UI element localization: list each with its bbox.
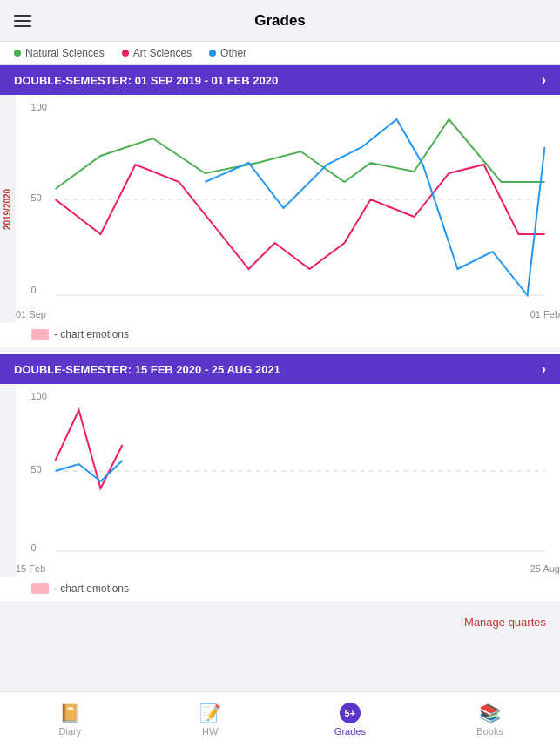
bottom-nav: 📔 Diary 📝 HW 5+ Grades 📚 Books bbox=[0, 691, 560, 747]
year-sidebar-1: 2019/2020 bbox=[0, 95, 16, 323]
semester-1-svg-container: 100 50 0 bbox=[16, 95, 560, 307]
hw-icon: 📝 bbox=[199, 703, 221, 723]
legend-natural-sciences: Natural Sciences bbox=[14, 47, 105, 59]
x-start-1: 01 Sep bbox=[16, 309, 46, 320]
semester-1-chart-content: 100 50 0 bbox=[16, 95, 560, 323]
content-area: Natural Sciences Art Sciences Other DOUB… bbox=[0, 42, 560, 691]
bottom-spacer bbox=[0, 636, 560, 653]
year-label-1: 2019/2020 bbox=[3, 188, 13, 229]
books-icon: 📚 bbox=[479, 703, 501, 723]
nav-hw-label: HW bbox=[202, 726, 218, 737]
semester-1-header[interactable]: DOUBLE-SEMESTER: 01 SEP 2019 - 01 FEB 20… bbox=[0, 65, 560, 95]
svg-text:50: 50 bbox=[31, 192, 42, 203]
semester-2-chevron: › bbox=[542, 361, 546, 377]
legend-bar: Natural Sciences Art Sciences Other bbox=[0, 42, 560, 65]
semester-1-chevron: › bbox=[542, 72, 546, 88]
semester-2-svg: 100 50 0 bbox=[16, 384, 560, 558]
legend-label-other: Other bbox=[220, 47, 246, 59]
x-end-2: 25 Aug bbox=[530, 563, 560, 574]
emotion-label-1: - chart emotions bbox=[54, 328, 129, 340]
svg-text:100: 100 bbox=[31, 391, 47, 401]
semester-2-chart-content: 100 50 0 15 Feb 25 bbox=[16, 384, 560, 577]
x-end-1: 01 Feb bbox=[530, 309, 560, 320]
svg-text:0: 0 bbox=[31, 285, 37, 295]
manage-quartes-button[interactable]: Manage quartes bbox=[0, 609, 560, 636]
nav-diary[interactable]: 📔 Diary bbox=[0, 703, 140, 737]
legend-dot-other bbox=[209, 50, 216, 57]
nav-hw[interactable]: 📝 HW bbox=[140, 703, 280, 737]
semester-1-svg: 100 50 0 bbox=[16, 95, 560, 304]
nav-grades-label: Grades bbox=[334, 726, 366, 737]
semester-2-header[interactable]: DOUBLE-SEMESTER: 15 FEB 2020 - 25 AUG 20… bbox=[0, 354, 560, 384]
semester-2-x-axis: 15 Feb 25 Aug bbox=[16, 562, 560, 577]
nav-diary-label: Diary bbox=[59, 726, 82, 737]
legend-dot-natural bbox=[14, 50, 21, 57]
legend-label-art: Art Sciences bbox=[133, 47, 192, 59]
header: Grades bbox=[0, 0, 560, 42]
semester-2-svg-container: 100 50 0 bbox=[16, 384, 560, 562]
diary-icon: 📔 bbox=[59, 703, 81, 723]
semester-2-chart-area: 100 50 0 15 Feb 25 bbox=[0, 384, 560, 577]
semester-2-title: DOUBLE-SEMESTER: 15 FEB 2020 - 25 AUG 20… bbox=[14, 363, 280, 376]
nav-books[interactable]: 📚 Books bbox=[420, 703, 560, 737]
svg-text:0: 0 bbox=[31, 542, 37, 553]
legend-art-sciences: Art Sciences bbox=[122, 47, 192, 59]
nav-books-label: Books bbox=[476, 726, 503, 737]
grades-badge: 5+ bbox=[340, 703, 361, 723]
x-start-2: 15 Feb bbox=[16, 563, 45, 574]
emotion-label-2: - chart emotions bbox=[54, 582, 129, 595]
emotion-legend-2: - chart emotions bbox=[0, 577, 560, 602]
emotion-rect-1 bbox=[31, 329, 49, 340]
semester-1-title: DOUBLE-SEMESTER: 01 SEP 2019 - 01 FEB 20… bbox=[14, 74, 278, 87]
spacer-1 bbox=[0, 347, 560, 354]
semester-1-block: DOUBLE-SEMESTER: 01 SEP 2019 - 01 FEB 20… bbox=[0, 65, 560, 347]
emotion-legend-1: - chart emotions bbox=[0, 323, 560, 347]
semester-1-x-axis: 01 Sep 01 Feb bbox=[16, 307, 560, 323]
legend-label-natural: Natural Sciences bbox=[25, 47, 105, 59]
semester-1-chart-area: 2019/2020 100 50 0 bbox=[0, 95, 560, 323]
svg-text:100: 100 bbox=[31, 102, 47, 112]
nav-grades[interactable]: 5+ Grades bbox=[280, 703, 421, 737]
legend-dot-art bbox=[122, 50, 129, 57]
emotion-rect-2 bbox=[31, 583, 49, 594]
year-sidebar-2 bbox=[0, 384, 16, 577]
page-title: Grades bbox=[254, 12, 306, 30]
legend-other: Other bbox=[209, 47, 246, 59]
menu-button[interactable] bbox=[14, 15, 31, 27]
svg-text:50: 50 bbox=[31, 464, 42, 474]
spacer-2 bbox=[0, 602, 560, 609]
semester-2-block: DOUBLE-SEMESTER: 15 FEB 2020 - 25 AUG 20… bbox=[0, 354, 560, 602]
